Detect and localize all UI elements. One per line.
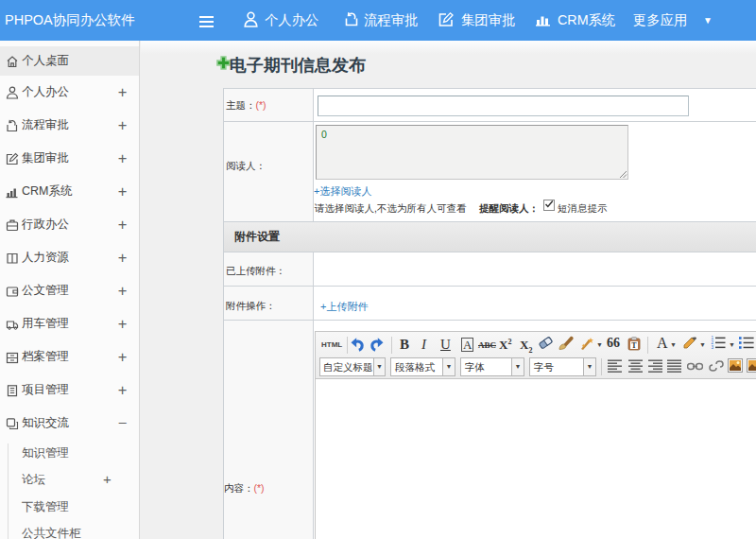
svg-text:3: 3 [712, 345, 714, 350]
svg-text:T: T [631, 341, 637, 350]
